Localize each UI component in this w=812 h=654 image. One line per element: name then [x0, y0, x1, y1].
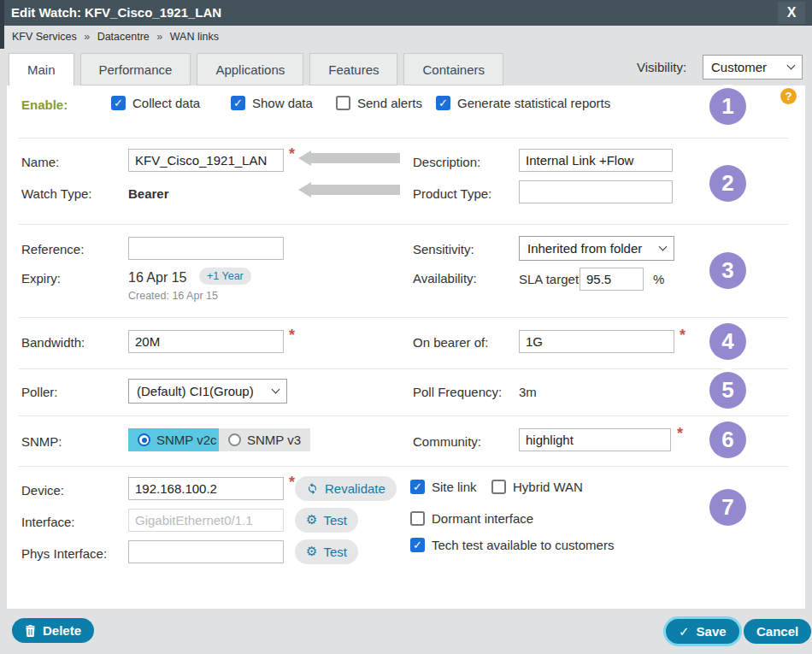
required-marker: *: [289, 327, 295, 345]
expiry-value: 16 Apr 15: [128, 270, 187, 286]
required-marker: *: [289, 145, 295, 163]
hybrid-wan-checkbox[interactable]: ✓ Hybrid WAN: [491, 480, 583, 494]
step-badge-2: 2: [709, 165, 746, 202]
sla-target-label: SLA target: [519, 272, 579, 286]
trash-icon: [25, 625, 36, 637]
step-badge-7: 7: [709, 489, 746, 526]
interface-input[interactable]: [128, 509, 284, 532]
poll-frequency-label: Poll Frequency:: [413, 385, 502, 399]
breadcrumb-item[interactable]: Datacentre: [97, 31, 150, 43]
help-icon[interactable]: ?: [780, 88, 797, 104]
gear-icon: ⚙: [306, 545, 317, 558]
breadcrumb-item[interactable]: WAN links: [170, 31, 219, 43]
required-marker: *: [680, 327, 685, 345]
phys-interface-input[interactable]: [128, 540, 284, 563]
device-input[interactable]: [128, 477, 284, 500]
main-tab-panel: [7, 85, 805, 609]
sensitivity-select[interactable]: Inherited from folder: [519, 236, 674, 261]
reference-label: Reference:: [21, 242, 84, 256]
section-divider: [19, 466, 788, 467]
left-arrow-icon: [298, 150, 400, 166]
step-badge-6: 6: [709, 421, 746, 458]
add-year-badge[interactable]: +1 Year: [199, 268, 251, 285]
show-data-checkbox[interactable]: ✓ Show data: [231, 96, 313, 110]
checkbox-icon: ✓: [111, 96, 126, 110]
description-input[interactable]: [519, 149, 673, 172]
tab-bar: Main Performance Applications Features C…: [9, 53, 503, 85]
breadcrumb-separator: »: [84, 31, 90, 43]
snmp-v3-radio[interactable]: SNMP v3: [219, 428, 310, 451]
poller-label: Poller:: [21, 385, 58, 399]
on-bearer-label: On bearer of:: [413, 335, 488, 350]
watch-type-label: Watch Type:: [21, 186, 92, 201]
description-label: Description:: [413, 155, 480, 169]
interface-label: Interface:: [21, 515, 75, 529]
tech-test-checkbox[interactable]: ✓ Tech test available to customers: [410, 538, 614, 552]
section-divider: [19, 317, 788, 318]
bandwidth-input[interactable]: [128, 330, 284, 353]
radio-icon: [228, 433, 241, 446]
dormant-interface-checkbox[interactable]: ✓ Dormant interface: [410, 511, 533, 526]
revalidate-button[interactable]: Revalidate: [295, 476, 397, 501]
community-label: Community:: [413, 434, 481, 449]
edit-watch-dialog: Edit Watch: KFV_Cisco_1921_LAN X KFV Ser…: [0, 0, 812, 654]
left-arrow-icon: [298, 182, 400, 197]
phys-test-button[interactable]: ⚙ Test: [295, 539, 358, 564]
checkbox-icon: ✓: [336, 96, 350, 110]
bandwidth-label: Bandwidth:: [21, 335, 85, 350]
collect-data-checkbox[interactable]: ✓ Collect data: [111, 96, 200, 110]
community-input[interactable]: [519, 428, 671, 451]
breadcrumb-item[interactable]: KFV Services: [12, 31, 77, 43]
checkbox-icon: ✓: [491, 480, 506, 494]
product-type-input[interactable]: [519, 180, 673, 203]
checkbox-icon: ✓: [410, 511, 425, 526]
checkbox-icon: ✓: [410, 480, 425, 494]
created-note: Created: 16 Apr 15: [128, 290, 218, 302]
section-divider: [19, 138, 788, 138]
snmp-v2c-radio[interactable]: SNMP v2c: [128, 428, 227, 451]
cancel-button[interactable]: Cancel: [744, 619, 811, 644]
breadcrumb-separator: »: [156, 31, 162, 43]
tab-containers[interactable]: Containers: [403, 53, 503, 85]
close-button[interactable]: X: [778, 2, 805, 24]
watch-type-value: Bearer: [128, 186, 169, 201]
poller-select[interactable]: (Default) CI1(Group): [128, 379, 287, 404]
checkbox-icon: ✓: [410, 538, 425, 552]
step-badge-1: 1: [709, 88, 746, 125]
tab-performance[interactable]: Performance: [80, 53, 191, 85]
save-button[interactable]: ✓ Save: [666, 619, 739, 644]
delete-button[interactable]: Delete: [12, 618, 94, 643]
tab-main[interactable]: Main: [9, 53, 74, 86]
step-badge-4: 4: [709, 323, 746, 360]
enable-label: Enable:: [21, 97, 68, 112]
tab-applications[interactable]: Applications: [197, 53, 303, 85]
dialog-titlebar: Edit Watch: KFV_Cisco_1921_LAN: [0, 0, 812, 26]
section-divider: [19, 368, 788, 369]
visibility-select[interactable]: Customer: [703, 55, 803, 80]
section-divider: [19, 415, 788, 416]
checkbox-icon: ✓: [436, 96, 450, 110]
device-label: Device:: [21, 483, 64, 498]
check-icon: ✓: [679, 624, 690, 639]
poll-frequency-value: 3m: [519, 385, 537, 399]
phys-interface-label: Phys Interface:: [21, 546, 107, 561]
refresh-icon: [306, 482, 319, 495]
send-alerts-checkbox[interactable]: ✓ Send alerts: [336, 96, 422, 110]
chevron-down-icon: [787, 62, 796, 70]
dialog-footer: Delete ✓ Save Cancel: [0, 609, 812, 654]
chevron-down-icon: [272, 386, 280, 394]
dialog-edge-accent: [0, 0, 4, 49]
sla-target-input[interactable]: [580, 268, 644, 291]
radio-icon: [138, 433, 150, 446]
reference-input[interactable]: [128, 237, 284, 260]
step-badge-5: 5: [709, 372, 746, 409]
statistical-reports-checkbox[interactable]: ✓ Generate statistical reports: [436, 96, 610, 110]
on-bearer-input[interactable]: [519, 330, 674, 353]
interface-test-button[interactable]: ⚙ Test: [295, 508, 358, 533]
name-input[interactable]: [128, 149, 284, 172]
site-link-checkbox[interactable]: ✓ Site link: [410, 480, 477, 494]
product-type-label: Product Type:: [413, 186, 491, 201]
chevron-down-icon: [659, 243, 668, 251]
tab-features[interactable]: Features: [309, 53, 397, 85]
required-marker: *: [289, 474, 295, 492]
